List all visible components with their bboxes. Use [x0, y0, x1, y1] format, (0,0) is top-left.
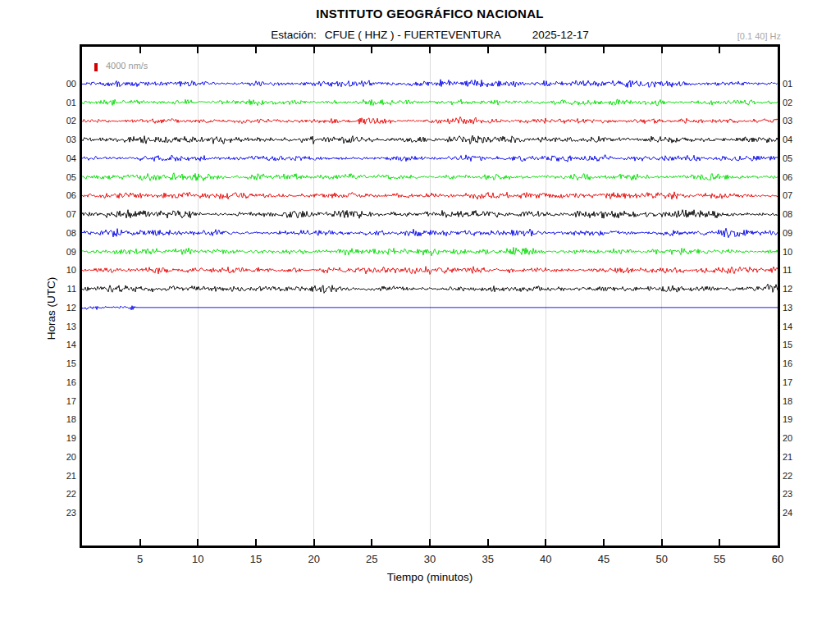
- trace-hour-11: [82, 284, 778, 293]
- trace-hour-09: [82, 247, 778, 255]
- hour-label-right-01: 01: [783, 77, 815, 90]
- x-tick-label: 40: [527, 553, 564, 565]
- axis-tick-40min-top: [545, 47, 546, 53]
- hour-label-right-11: 11: [783, 263, 815, 276]
- axis-tick-25min-bot: [371, 539, 372, 546]
- hour-label-left-20: 20: [43, 450, 76, 463]
- x-tick-label: 10: [180, 553, 216, 565]
- trace-hour-12: [82, 306, 778, 310]
- hour-label-right-16: 16: [783, 357, 815, 370]
- hour-label-right-05: 05: [783, 152, 815, 165]
- axis-tick-20min-top: [313, 47, 315, 53]
- page-title: INSTITUTO GEOGRÁFICO NACIONAL: [82, 7, 778, 21]
- hour-label-left-13: 13: [43, 320, 76, 333]
- hour-label-left-08: 08: [43, 226, 76, 240]
- hour-label-left-07: 07: [43, 208, 76, 221]
- trace-hour-03: [82, 135, 778, 144]
- x-tick-label: 50: [644, 553, 680, 565]
- axis-tick-45min-top: [603, 47, 605, 53]
- hour-label-right-03: 03: [783, 114, 815, 127]
- x-tick-label: 5: [122, 553, 158, 565]
- axis-tick-10min-top: [197, 47, 199, 53]
- x-tick-label: 45: [586, 553, 622, 565]
- x-tick-label: 55: [701, 553, 737, 565]
- axis-tick-5min-top: [139, 47, 141, 53]
- trace-hour-07: [82, 210, 778, 219]
- hour-label-left-18: 18: [43, 413, 76, 426]
- hour-label-right-06: 06: [783, 171, 815, 184]
- axis-tick-30min-top: [429, 47, 431, 53]
- hour-label-left-05: 05: [43, 171, 76, 184]
- axis-tick-35min-top: [487, 47, 489, 53]
- hour-label-right-12: 12: [783, 282, 815, 295]
- hour-label-right-13: 13: [783, 301, 815, 314]
- trace-hour-05: [82, 173, 778, 181]
- hour-label-left-21: 21: [43, 469, 76, 482]
- axis-tick-50min-top: [661, 47, 663, 53]
- hour-label-left-10: 10: [43, 263, 76, 276]
- x-tick-label: 60: [760, 553, 796, 565]
- hour-label-left-22: 22: [43, 487, 76, 500]
- hour-label-right-20: 20: [783, 431, 815, 445]
- hour-label-left-12: 12: [43, 301, 76, 314]
- hour-label-left-16: 16: [43, 376, 76, 389]
- hour-label-right-07: 07: [783, 189, 815, 202]
- x-tick-label: 15: [238, 553, 274, 565]
- hour-label-right-14: 14: [783, 320, 815, 333]
- hour-label-left-09: 09: [43, 245, 76, 258]
- hour-label-left-23: 23: [43, 506, 76, 519]
- hour-label-right-17: 17: [783, 376, 815, 389]
- hour-label-right-10: 10: [783, 245, 815, 258]
- axis-tick-45min-bot: [603, 539, 605, 546]
- axis-tick-20min-bot: [313, 539, 315, 546]
- trace-hour-06: [82, 192, 778, 199]
- plot-date: 2025-12-17: [532, 29, 589, 41]
- axis-tick-10min-bot: [197, 539, 199, 546]
- axis-tick-15min-bot: [255, 539, 257, 546]
- station-label: Estación:: [271, 29, 317, 41]
- trace-hour-04: [82, 155, 778, 162]
- axis-tick-35min-bot: [487, 539, 489, 546]
- hour-label-right-18: 18: [783, 395, 815, 408]
- hour-label-right-22: 22: [783, 469, 815, 482]
- helicorder-page: INSTITUTO GEOGRÁFICO NACIONAL Estación: …: [0, 0, 840, 630]
- hour-label-left-00: 00: [43, 77, 76, 90]
- hour-label-left-04: 04: [43, 152, 76, 165]
- seismogram-traces: [82, 47, 778, 546]
- hour-label-right-09: 09: [783, 226, 815, 240]
- axis-tick-55min-bot: [719, 539, 720, 546]
- axis-tick-40min-bot: [545, 539, 546, 546]
- axis-tick-5min-bot: [139, 539, 141, 546]
- hour-label-left-15: 15: [43, 357, 76, 370]
- station-name: CFUE ( HHZ ) - FUERTEVENTURA: [325, 29, 501, 41]
- axis-tick-25min-top: [371, 47, 372, 53]
- hour-label-left-17: 17: [43, 395, 76, 408]
- hour-label-left-03: 03: [43, 133, 76, 146]
- hour-label-left-01: 01: [43, 96, 76, 109]
- hour-label-left-11: 11: [43, 282, 76, 295]
- hour-label-right-23: 23: [783, 487, 815, 500]
- x-tick-label: 25: [354, 553, 390, 565]
- hour-label-right-08: 08: [783, 208, 815, 221]
- hour-label-left-06: 06: [43, 189, 76, 202]
- hour-label-right-19: 19: [783, 413, 815, 426]
- hour-label-left-14: 14: [43, 338, 76, 351]
- hour-label-left-19: 19: [43, 431, 76, 445]
- trace-hour-00: [82, 80, 778, 88]
- x-tick-label: 30: [412, 553, 448, 565]
- hour-label-right-02: 02: [783, 96, 815, 109]
- subtitle: Estación: CFUE ( HHZ ) - FUERTEVENTURA 2…: [82, 29, 778, 41]
- trace-hour-08: [82, 228, 778, 238]
- hour-label-right-04: 04: [783, 133, 815, 146]
- axis-tick-15min-top: [255, 47, 257, 53]
- hour-label-right-15: 15: [783, 338, 815, 351]
- filter-band-label: [0.1 40] Hz: [737, 31, 781, 41]
- x-axis-label: Tiempo (minutos): [82, 571, 778, 583]
- hour-label-left-02: 02: [43, 114, 76, 127]
- hour-label-right-24: 24: [783, 506, 815, 519]
- trace-hour-10: [82, 267, 778, 275]
- x-tick-label: 35: [470, 553, 506, 565]
- x-tick-label: 20: [296, 553, 332, 565]
- trace-hour-02: [82, 116, 778, 124]
- axis-tick-50min-bot: [661, 539, 663, 546]
